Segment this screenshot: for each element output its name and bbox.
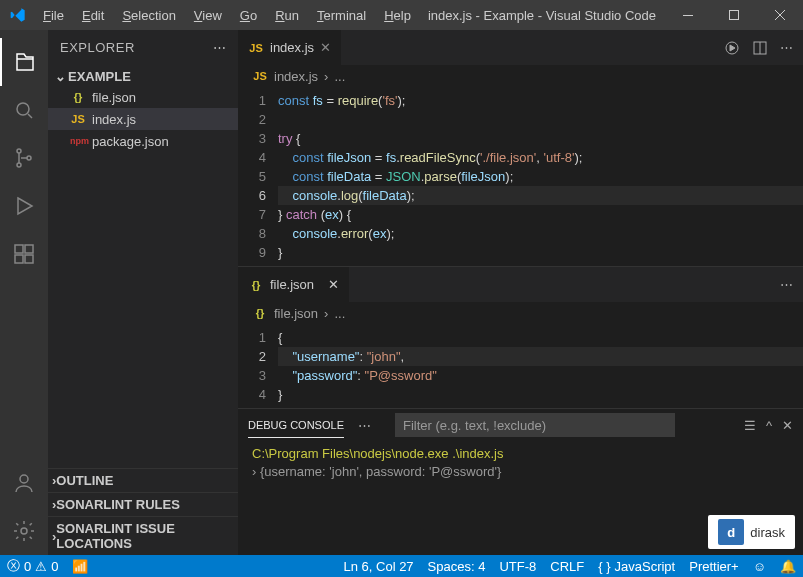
title-bar: File Edit Selection View Go Run Terminal… (0, 0, 803, 30)
run-code-icon[interactable] (724, 40, 740, 56)
outline-section[interactable]: ›OUTLINE (48, 468, 238, 492)
project-name: EXAMPLE (68, 69, 131, 84)
sidebar: EXPLORER ⋯ ⌄ EXAMPLE {} file.json JS ind… (48, 30, 238, 555)
svg-point-3 (17, 149, 21, 153)
braces-icon: { } (598, 559, 610, 574)
status-signal-icon[interactable]: 📶 (65, 555, 95, 577)
menu-selection[interactable]: Selection (114, 4, 183, 27)
svg-point-2 (17, 103, 29, 115)
project-header[interactable]: ⌄ EXAMPLE (48, 67, 238, 86)
warning-icon: ⚠ (35, 559, 47, 574)
line-gutter: 123456789 (238, 91, 278, 262)
extensions-icon[interactable] (0, 230, 48, 278)
line-gutter: 1234 (238, 328, 278, 404)
editor-more-icon[interactable]: ⋯ (780, 277, 793, 292)
more-icon[interactable]: ⋯ (213, 40, 227, 55)
minimize-button[interactable] (665, 0, 711, 30)
svg-rect-6 (15, 245, 23, 253)
status-cursor[interactable]: Ln 6, Col 27 (336, 559, 420, 574)
js-file-icon: JS (252, 70, 268, 82)
tab-close-icon[interactable]: ✕ (328, 277, 339, 292)
panel-more-icon[interactable]: ⋯ (358, 418, 371, 433)
account-icon[interactable] (0, 459, 48, 507)
svg-rect-8 (25, 255, 33, 263)
chevron-right-icon: › (324, 306, 328, 321)
code-lines[interactable]: const fs = require('fs'); try { const fi… (278, 91, 803, 262)
code-editor-2[interactable]: 1234 { "username": "john", "password": "… (238, 324, 803, 408)
settings-icon[interactable] (0, 507, 48, 555)
window-controls (665, 0, 803, 30)
source-control-icon[interactable] (0, 134, 48, 182)
watermark: d dirask (708, 515, 795, 549)
status-eol[interactable]: CRLF (543, 559, 591, 574)
svg-rect-1 (730, 11, 739, 20)
file-name: index.js (92, 112, 136, 127)
status-language[interactable]: { }JavaScript (591, 559, 682, 574)
file-name: package.json (92, 134, 169, 149)
maximize-button[interactable] (711, 0, 757, 30)
vscode-icon (0, 7, 35, 23)
search-icon[interactable] (0, 86, 48, 134)
split-editor-icon[interactable] (752, 40, 768, 56)
svg-rect-9 (25, 245, 33, 253)
editor-area: JS index.js ✕ ⋯ JS index.js › ... 123456… (238, 30, 803, 555)
window-title: index.js - Example - Visual Studio Code (419, 8, 665, 23)
status-spaces[interactable]: Spaces: 4 (421, 559, 493, 574)
svg-point-10 (20, 475, 28, 483)
console-line: {username: 'john', password: 'P@ssword'} (260, 464, 501, 479)
run-debug-icon[interactable] (0, 182, 48, 230)
filter-input[interactable]: Filter (e.g. text, !exclude) (395, 413, 675, 437)
svg-point-11 (21, 528, 27, 534)
breadcrumb[interactable]: JS index.js › ... (238, 65, 803, 87)
status-bell-icon[interactable]: 🔔 (773, 559, 803, 574)
menu-view[interactable]: View (186, 4, 230, 27)
svg-rect-0 (683, 15, 693, 16)
status-errors[interactable]: ⓧ0⚠0 (0, 555, 65, 577)
tab-label: index.js (270, 40, 314, 55)
menu-edit[interactable]: Edit (74, 4, 112, 27)
file-name: file.json (92, 90, 136, 105)
menu-go[interactable]: Go (232, 4, 265, 27)
menu-help[interactable]: Help (376, 4, 419, 27)
breadcrumb-more: ... (334, 306, 345, 321)
status-feedback-icon[interactable]: ☺ (746, 559, 773, 574)
breadcrumb-2[interactable]: {} file.json › ... (238, 302, 803, 324)
svg-point-4 (17, 163, 21, 167)
tab-label: file.json (270, 277, 314, 292)
debug-console-tab[interactable]: DEBUG CONSOLE (248, 413, 344, 438)
editor-more-icon[interactable]: ⋯ (780, 40, 793, 55)
tab-index-js[interactable]: JS index.js ✕ (238, 30, 342, 65)
json-file-icon: {} (248, 279, 264, 291)
sonarlint-rules-section[interactable]: ›SONARLINT RULES (48, 492, 238, 516)
status-bar: ⓧ0⚠0 📶 Ln 6, Col 27 Spaces: 4 UTF-8 CRLF… (0, 555, 803, 577)
menu-terminal[interactable]: Terminal (309, 4, 374, 27)
svg-point-5 (27, 156, 31, 160)
file-item-json[interactable]: {} file.json (48, 86, 238, 108)
watermark-text: dirask (750, 525, 785, 540)
status-encoding[interactable]: UTF-8 (492, 559, 543, 574)
debug-console-output[interactable]: C:\Program Files\nodejs\node.exe .\index… (238, 441, 803, 485)
tab-file-json[interactable]: {} file.json ✕ (238, 267, 349, 302)
breadcrumb-file: index.js (274, 69, 318, 84)
sonarlint-issues-section[interactable]: ›SONARLINT ISSUE LOCATIONS (48, 516, 238, 555)
menu-run[interactable]: Run (267, 4, 307, 27)
npm-file-icon: npm (70, 136, 86, 146)
panel-close-icon[interactable]: ✕ (782, 418, 793, 433)
code-lines[interactable]: { "username": "john", "password": "P@ssw… (278, 328, 803, 404)
explorer-icon[interactable] (0, 38, 48, 86)
js-file-icon: JS (248, 42, 264, 54)
console-line: C:\Program Files\nodejs\node.exe .\index… (252, 446, 503, 461)
file-item-index[interactable]: JS index.js (48, 108, 238, 130)
watermark-logo: d (718, 519, 744, 545)
close-button[interactable] (757, 0, 803, 30)
code-editor-1[interactable]: 123456789 const fs = require('fs'); try … (238, 87, 803, 266)
filter-icon[interactable]: ☰ (744, 418, 756, 433)
tab-close-icon[interactable]: ✕ (320, 40, 331, 55)
status-prettier[interactable]: Prettier+ (682, 559, 746, 574)
editor-tabs: JS index.js ✕ ⋯ (238, 30, 803, 65)
error-icon: ⓧ (7, 557, 20, 575)
menu-file[interactable]: File (35, 4, 72, 27)
panel-maximize-icon[interactable]: ^ (766, 418, 772, 433)
menu-bar: File Edit Selection View Go Run Terminal… (35, 4, 419, 27)
file-item-package[interactable]: npm package.json (48, 130, 238, 152)
